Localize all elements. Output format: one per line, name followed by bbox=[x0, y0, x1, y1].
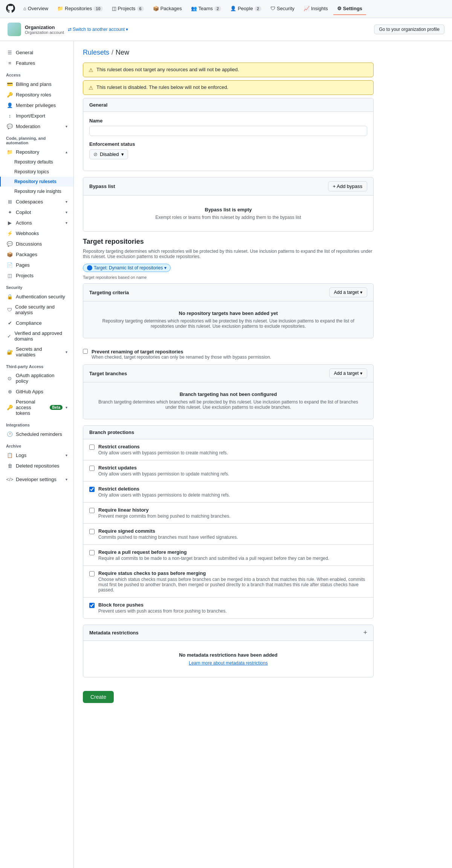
label-require-pull-request[interactable]: Require a pull request before merging bbox=[98, 549, 187, 555]
branch-protections-header: Branch protections bbox=[83, 426, 373, 439]
sidebar-item-moderation[interactable]: 💬 Moderation ▾ bbox=[0, 121, 73, 131]
sidebar-item-copilot[interactable]: ✦ Copilot ▾ bbox=[0, 207, 73, 217]
enforcement-label: Enforcement status bbox=[89, 141, 367, 147]
sidebar-item-packages[interactable]: 📦 Packages bbox=[0, 249, 73, 260]
sidebar-item-discussions[interactable]: 💬 Discussions bbox=[0, 238, 73, 249]
checkbox-require-status-checks[interactable] bbox=[89, 571, 95, 576]
nav-repositories[interactable]: 📁 Repositories 10 bbox=[53, 3, 107, 15]
sidebar-item-scheduled[interactable]: 🕐 Scheduled reminders bbox=[0, 429, 73, 439]
nav-packages[interactable]: 📦 Packages bbox=[149, 3, 186, 15]
compliance-icon: ✔ bbox=[7, 320, 13, 326]
nav-security[interactable]: 🛡 Security bbox=[267, 3, 298, 15]
create-button[interactable]: Create bbox=[83, 691, 114, 703]
rule-row-restrict-deletions: Restrict deletionsOnly allow users with … bbox=[83, 481, 373, 503]
sidebar-item-github-apps[interactable]: ⊕ GitHub Apps bbox=[0, 386, 73, 397]
sidebar-item-features[interactable]: ≡ Features bbox=[0, 58, 73, 68]
general-card-header: General bbox=[83, 98, 373, 112]
nav-repo-icon: 📁 bbox=[57, 6, 63, 11]
checkbox-require-signed-commits[interactable] bbox=[89, 529, 95, 534]
metadata-add-button[interactable]: + bbox=[363, 629, 367, 637]
sidebar-item-actions[interactable]: ▶ Actions ▾ bbox=[0, 217, 73, 228]
label-restrict-creations[interactable]: Restrict creations bbox=[98, 444, 140, 449]
add-target-button[interactable]: Add a target ▾ bbox=[329, 287, 367, 297]
sidebar-item-repo-defaults[interactable]: Repository defaults bbox=[0, 157, 73, 167]
sidebar-item-repository[interactable]: 📁 Repository ▴ bbox=[0, 147, 73, 157]
sidebar-item-personal-tokens[interactable]: 🔑 Personal access tokens Beta ▾ bbox=[0, 397, 73, 418]
name-field-group: Name bbox=[89, 118, 367, 136]
developer-icon: </> bbox=[7, 476, 13, 482]
sidebar-item-repo-rule-insights[interactable]: Repository rule insights bbox=[0, 186, 73, 196]
sidebar-item-repo-roles[interactable]: 🔑 Repository roles bbox=[0, 89, 73, 100]
label-require-status-checks[interactable]: Require status checks to pass before mer… bbox=[98, 570, 206, 576]
nav-projects[interactable]: ◫ Projects 6 bbox=[108, 3, 148, 15]
target-branches-header: Target branches Add a target ▾ bbox=[83, 365, 373, 382]
features-icon: ≡ bbox=[7, 60, 13, 66]
nav-teams[interactable]: 👥 Teams 2 bbox=[187, 3, 225, 15]
enforcement-dropdown[interactable]: ⊘ Disabled ▾ bbox=[89, 149, 128, 159]
nav-people[interactable]: 👤 People 2 bbox=[226, 3, 265, 15]
sidebar-item-oauth[interactable]: ⊙ OAuth application policy bbox=[0, 370, 73, 386]
metadata-learn-link[interactable]: Learn more about metadata restrictions bbox=[189, 660, 267, 666]
label-restrict-deletions[interactable]: Restrict deletions bbox=[98, 486, 139, 492]
top-navigation: ⌂ Overview 📁 Repositories 10 ◫ Projects … bbox=[0, 0, 452, 18]
sidebar-item-repo-rulesets[interactable]: Repository rulesets bbox=[0, 177, 73, 186]
sidebar-item-webhooks[interactable]: ⚡ Webhooks bbox=[0, 228, 73, 238]
checkbox-require-pull-request[interactable] bbox=[89, 550, 95, 555]
breadcrumb-parent[interactable]: Rulesets bbox=[83, 49, 109, 57]
label-block-force-pushes[interactable]: Block force pushes bbox=[98, 602, 144, 608]
switch-account-link[interactable]: ⇄ Switch to another account ▾ bbox=[68, 27, 128, 32]
nav-repo-badge: 10 bbox=[93, 6, 102, 11]
label-require-linear-history[interactable]: Require linear history bbox=[98, 507, 149, 513]
checkbox-restrict-creations[interactable] bbox=[89, 445, 95, 450]
sidebar-item-secrets[interactable]: 🔐 Secrets and variables ▾ bbox=[0, 344, 73, 360]
sidebar-item-projects[interactable]: ◫ Projects bbox=[0, 270, 73, 281]
target-dynamic-button[interactable]: Target: Dynamic list of repositories ▾ bbox=[83, 264, 171, 272]
main-content: Rulesets / New ⚠ This ruleset does not t… bbox=[74, 41, 383, 868]
secrets-chevron: ▾ bbox=[66, 350, 67, 354]
org-profile-button[interactable]: Go to your organization profile bbox=[374, 24, 444, 34]
general-icon: ☰ bbox=[7, 49, 13, 55]
sidebar-item-auth-security[interactable]: 🔒 Authentication security bbox=[0, 291, 73, 302]
org-header: Organization Organization account ⇄ Swit… bbox=[0, 18, 452, 41]
sidebar-item-general[interactable]: ☰ General bbox=[0, 47, 73, 58]
prevent-renaming-label[interactable]: Prevent renaming of target repositories bbox=[92, 349, 183, 355]
sidebar-item-logs[interactable]: 📋 Logs ▾ bbox=[0, 450, 73, 460]
target-repos-section: Target repositories Repository targeting… bbox=[83, 238, 374, 280]
add-bypass-button[interactable]: + Add bypass bbox=[328, 181, 367, 191]
sidebar-item-developer[interactable]: </> Developer settings ▾ bbox=[0, 474, 73, 484]
billing-icon: 💳 bbox=[7, 81, 13, 87]
scheduled-icon: 🕐 bbox=[7, 431, 13, 437]
sidebar-item-member-priv[interactable]: 👤 Member privileges bbox=[0, 100, 73, 110]
nav-insights-icon: 📈 bbox=[304, 6, 310, 11]
sidebar-item-codespaces[interactable]: ⊞ Codespaces ▾ bbox=[0, 196, 73, 207]
rule-row-restrict-creations: Restrict creationsOnly allow users with … bbox=[83, 439, 373, 460]
nav-teams-icon: 👥 bbox=[191, 6, 197, 11]
checkbox-restrict-updates[interactable] bbox=[89, 466, 95, 471]
verified-domains-icon: ✓ bbox=[7, 333, 12, 339]
sidebar-item-pages[interactable]: 📄 Pages bbox=[0, 260, 73, 270]
sidebar-item-compliance[interactable]: ✔ Compliance bbox=[0, 318, 73, 328]
nav-settings[interactable]: ⚙ Settings bbox=[333, 3, 366, 15]
sidebar-item-deleted-repos[interactable]: 🗑 Deleted repositories bbox=[0, 460, 73, 471]
checkbox-restrict-deletions[interactable] bbox=[89, 487, 95, 492]
sidebar-item-import-export[interactable]: ↕ Import/Export bbox=[0, 110, 73, 121]
targeting-criteria-card: Targeting criteria Add a target ▾ No rep… bbox=[83, 283, 374, 338]
sidebar-item-code-security[interactable]: 🛡 Code security and analysis bbox=[0, 302, 73, 318]
sidebar-item-verified-domains[interactable]: ✓ Verified and approved domains bbox=[0, 328, 73, 344]
sidebar-section-security: Security bbox=[0, 281, 73, 291]
checkbox-block-force-pushes[interactable] bbox=[89, 603, 95, 608]
target-dynamic-chevron: ▾ bbox=[164, 265, 166, 270]
label-restrict-updates[interactable]: Restrict updates bbox=[98, 465, 137, 471]
nav-insights[interactable]: 📈 Insights bbox=[300, 3, 332, 15]
prevent-renaming-checkbox[interactable] bbox=[83, 349, 88, 354]
name-input[interactable] bbox=[89, 126, 367, 136]
sidebar-item-billing[interactable]: 💳 Billing and plans bbox=[0, 79, 73, 89]
nav-logo-icon bbox=[6, 4, 15, 14]
sidebar-item-repo-topics[interactable]: Repository topics bbox=[0, 167, 73, 177]
add-branch-target-button[interactable]: Add a target ▾ bbox=[329, 368, 367, 378]
checkbox-require-linear-history[interactable] bbox=[89, 508, 95, 513]
label-require-signed-commits[interactable]: Require signed commits bbox=[98, 528, 155, 534]
breadcrumb: Rulesets / New bbox=[83, 49, 374, 57]
targeting-criteria-header: Targeting criteria Add a target ▾ bbox=[83, 284, 373, 301]
nav-overview[interactable]: ⌂ Overview bbox=[20, 3, 52, 15]
